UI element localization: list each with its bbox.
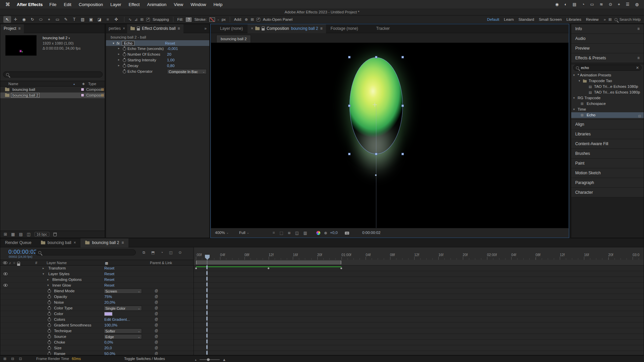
property-label[interactable]: Blending Options bbox=[52, 278, 82, 282]
project-settings-icon[interactable]: ◫ bbox=[27, 232, 31, 237]
menubar-status-icon[interactable]: ▭ bbox=[590, 2, 594, 7]
property-value[interactable]: Reset bbox=[104, 283, 114, 287]
stopwatch-icon[interactable] bbox=[48, 347, 51, 350]
pickwhip-icon[interactable]: @ bbox=[155, 340, 158, 344]
motion-blur-icon[interactable]: ⊙ bbox=[178, 250, 181, 255]
stopwatch-icon[interactable] bbox=[48, 341, 51, 344]
effects-tree-label[interactable]: Trapcode Tao bbox=[589, 78, 612, 84]
effects-presets-search-field[interactable]: ✕ bbox=[573, 65, 642, 71]
workspace-tab[interactable]: Standard bbox=[516, 17, 537, 21]
effect-param-row[interactable]: Echo Operator Composite In Bac Composite… bbox=[106, 69, 209, 74]
zoom-slider-track[interactable] bbox=[200, 359, 220, 360]
layer-switch-icon[interactable]: ⊞ bbox=[105, 261, 108, 265]
property-dropdown[interactable]: Single Color ⌄ bbox=[104, 306, 142, 311]
effects-tree-item[interactable]: ▾ Time bbox=[571, 107, 644, 112]
menu-item[interactable]: View bbox=[174, 2, 183, 7]
expand-caret[interactable]: ▸ bbox=[118, 64, 120, 67]
expand-caret[interactable]: ▸ bbox=[118, 58, 120, 61]
add-stroke-icon[interactable]: ⊞ bbox=[251, 17, 254, 22]
timeline-property-row[interactable]: Blend Mode Screen Screen ⌄ @ bbox=[0, 288, 194, 294]
stopwatch-icon[interactable] bbox=[48, 318, 51, 321]
stopwatch-icon[interactable] bbox=[123, 53, 126, 56]
current-timecode[interactable]: 0:00:00:02 bbox=[8, 249, 37, 255]
hand-tool[interactable]: ✛ bbox=[12, 16, 19, 23]
eraser-tool[interactable]: ◪ bbox=[96, 16, 103, 23]
tab-overflow-chevrons[interactable]: » bbox=[204, 26, 209, 31]
panel-menu-icon[interactable]: ≡ bbox=[18, 26, 20, 31]
timeline-property-row[interactable]: Source Edge Edge ⌄ @ bbox=[0, 334, 194, 340]
property-label[interactable]: Range bbox=[54, 352, 65, 355]
clear-search-icon[interactable]: ✕ bbox=[636, 66, 639, 70]
color-management-icon[interactable] bbox=[316, 231, 320, 235]
sidebar-panel-header[interactable]: Align bbox=[571, 120, 644, 129]
column-layer-name[interactable]: Layer Name bbox=[47, 261, 67, 265]
property-value[interactable]: Edit Gradient... bbox=[104, 317, 130, 321]
panel-menu-icon[interactable]: ≡ bbox=[320, 26, 323, 31]
tab-comp-bouncing-ball-2[interactable]: bouncing ball 2 ≡ bbox=[80, 238, 128, 247]
menu-item[interactable]: Window bbox=[191, 2, 206, 7]
search-help[interactable]: Search Help bbox=[614, 17, 641, 21]
tab-properties[interactable]: perties bbox=[106, 26, 123, 31]
resolution-select[interactable]: Full ⌄ bbox=[239, 231, 249, 235]
effects-tree-label[interactable]: RG Trapcode bbox=[578, 95, 600, 101]
timeline-property-row[interactable]: ▾ Inner Glow Reset Reset ⌄ @ bbox=[0, 283, 194, 288]
expand-caret[interactable]: ▾ bbox=[573, 107, 575, 112]
expand-caret[interactable]: ▾ bbox=[47, 284, 49, 287]
apple-menu-icon[interactable]: ⌘ bbox=[5, 2, 10, 7]
stopwatch-icon[interactable] bbox=[48, 295, 51, 299]
audio-column-icon[interactable]: ♪ bbox=[9, 261, 11, 265]
zoom-tool[interactable]: ◉ bbox=[20, 16, 28, 23]
time-ruler[interactable]: :00f04f08f12f16f20f01:00f04f08f12f16f20f… bbox=[194, 247, 644, 260]
timeline-bottom-icon[interactable]: ⊟ bbox=[11, 357, 14, 361]
menubar-status-icon[interactable]: ≋ bbox=[600, 2, 603, 7]
view-layout-icon[interactable]: ▥ bbox=[304, 231, 307, 235]
visibility-eye-icon[interactable] bbox=[3, 284, 8, 287]
effect-param-row[interactable]: ▸ Decay 0,80 0,80 ⌄ bbox=[106, 63, 209, 69]
panel-options-icon[interactable]: ⊟ bbox=[638, 114, 641, 118]
close-icon[interactable]: × bbox=[123, 26, 125, 31]
selection-tool[interactable]: ↖ bbox=[3, 16, 11, 23]
panel-menu-icon[interactable]: ≡ bbox=[637, 26, 640, 31]
effects-tree-item[interactable]: ⊞ Echospace bbox=[571, 101, 644, 107]
pan-behind-tool[interactable]: ⌖ bbox=[45, 16, 53, 23]
solo-column-icon[interactable]: ○ bbox=[13, 261, 15, 265]
visibility-eye-icon[interactable] bbox=[3, 273, 8, 275]
property-label[interactable]: Color bbox=[54, 312, 63, 316]
param-value[interactable]: 0,80 bbox=[167, 64, 174, 68]
stopwatch-icon[interactable] bbox=[48, 329, 51, 333]
stopwatch-icon[interactable] bbox=[123, 70, 126, 73]
menubar-status-icon[interactable]: ▤ bbox=[573, 2, 576, 7]
property-value[interactable]: 75% bbox=[104, 295, 112, 299]
sort-caret-icon[interactable]: ▴ bbox=[73, 82, 75, 85]
item-name[interactable]: bouncing ball 2 bbox=[11, 93, 39, 97]
brush-tool[interactable]: ▨ bbox=[79, 16, 87, 23]
magnification-select[interactable]: 400% ⌄ bbox=[215, 231, 229, 235]
item-name[interactable]: bouncing ball 2 bbox=[43, 36, 67, 40]
toolbar-option-icon[interactable]: ∿ bbox=[128, 17, 132, 22]
effects-tree-label[interactable]: * Animation Presets bbox=[578, 72, 611, 78]
motion-path-point[interactable] bbox=[375, 174, 377, 176]
selection-handle[interactable] bbox=[348, 105, 351, 107]
timeline-zoom-control[interactable]: ▲ ▲ bbox=[195, 358, 226, 362]
stopwatch-icon[interactable] bbox=[48, 312, 51, 316]
column-parent-link[interactable]: Parent & Link bbox=[150, 261, 172, 265]
mask-visibility-icon[interactable]: ⬚ bbox=[279, 231, 283, 235]
selection-handle[interactable] bbox=[401, 153, 404, 155]
stopwatch-icon[interactable] bbox=[48, 307, 51, 310]
lock-icon[interactable] bbox=[137, 28, 140, 31]
pickwhip-icon[interactable]: @ bbox=[155, 295, 158, 298]
draft-3d-icon[interactable]: ⬒ bbox=[151, 250, 155, 255]
new-folder-icon[interactable]: ▦ bbox=[11, 232, 15, 237]
zoom-slider-handle[interactable] bbox=[207, 358, 210, 361]
selection-handle[interactable] bbox=[348, 56, 351, 58]
pickwhip-icon[interactable]: @ bbox=[155, 317, 158, 321]
composition-mini-flowchart-icon[interactable]: ⧉ bbox=[143, 250, 145, 255]
pickwhip-icon[interactable]: @ bbox=[155, 323, 158, 327]
panel-menu-icon[interactable]: ≡ bbox=[637, 56, 640, 60]
workspace-tab[interactable]: Small Screen bbox=[536, 17, 564, 21]
app-menu-title[interactable]: After Effects bbox=[17, 2, 43, 7]
sidebar-panel-header[interactable]: Paint bbox=[571, 159, 644, 168]
timeline-property-row[interactable]: Opacity 75% 75% ⌄ @ bbox=[0, 294, 194, 300]
effect-param-row[interactable]: ▸ Starting Intensity 1,00 1,00 ⌄ bbox=[106, 57, 209, 63]
auto-open-panel-checkbox[interactable] bbox=[257, 18, 260, 21]
